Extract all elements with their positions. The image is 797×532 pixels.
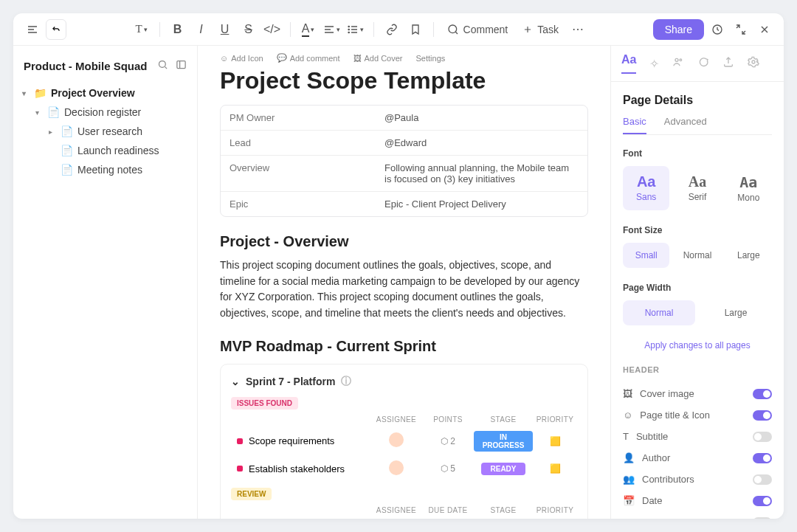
overview-body[interactable]: This project scoping document outlines t… [220, 258, 588, 322]
toggle[interactable] [753, 389, 772, 399]
task-row[interactable]: Initial delivery timeline ⬡ 1 UPDATE 🟩 [231, 517, 577, 519]
subtab-advanced[interactable]: Advanced [664, 116, 707, 134]
add-comment-action[interactable]: 💬 Add comment [277, 53, 340, 63]
meta-row[interactable]: EpicEpic - Client Project Delivery [221, 192, 587, 216]
sprint-card: ⌄Sprint 7 - Platformⓘ ISSUES FOUNDASSIGN… [220, 364, 588, 519]
settings-action[interactable]: Settings [416, 53, 446, 63]
sidebar-item[interactable]: 📄Meeting notes [19, 160, 191, 179]
task-row[interactable]: Establish stakeholders ⬡ 5 READY 🟨 [231, 456, 577, 482]
avatar[interactable] [389, 460, 404, 475]
row-icon: ☺ [623, 410, 632, 421]
font-serif[interactable]: AaSerif [674, 166, 720, 210]
fontsize-small[interactable]: Small [623, 243, 669, 268]
info-icon: ⓘ [341, 375, 351, 388]
row-label: Page title & Icon [640, 410, 710, 421]
fontsize-large[interactable]: Large [725, 243, 772, 268]
toggle[interactable] [753, 410, 772, 421]
italic-button[interactable]: I [191, 19, 212, 40]
meta-label: PM Owner [221, 106, 376, 130]
font-mono[interactable]: AaMono [725, 166, 772, 210]
task-title: Scope requirements [249, 435, 334, 446]
page-title[interactable]: Project Scope Template [220, 67, 588, 94]
sidebar-item[interactable]: ▸📄User research [19, 122, 191, 141]
history-icon[interactable] [707, 19, 728, 40]
meta-label: Epic [221, 192, 376, 216]
menu-icon[interactable] [22, 19, 43, 40]
width-large[interactable]: Large [700, 300, 772, 325]
doc-icon: 📄 [61, 164, 73, 176]
sidebar-item[interactable]: ▾📁Project Overview [19, 83, 191, 103]
priority-flag[interactable]: 🟨 [533, 436, 577, 446]
stage-pill[interactable]: READY [481, 463, 525, 475]
paragraph-style[interactable]: T▾ [131, 19, 152, 40]
priority-flag[interactable]: 🟨 [533, 463, 577, 474]
font-color-button[interactable]: A▾ [298, 19, 319, 40]
overview-heading: Project - Overview [220, 233, 588, 250]
list-button[interactable]: ▾ [345, 19, 366, 40]
avatar[interactable] [389, 432, 404, 447]
sidebar-item-label: Meeting notes [77, 164, 142, 176]
status-dot [237, 438, 243, 444]
fontsize-normal[interactable]: Normal [674, 243, 720, 268]
close-icon[interactable] [754, 19, 775, 40]
meta-value: Following annual planning, the Mobile te… [376, 156, 587, 191]
toggle[interactable] [753, 453, 772, 463]
font-sans[interactable]: AaSans [623, 166, 669, 210]
tab-typography[interactable]: Aa [621, 53, 636, 74]
header-toggle-row: 👥Contributors [623, 469, 772, 490]
col-header: POINTS [422, 415, 474, 424]
header-toggle-row: TSubtitle [623, 426, 772, 447]
panel-icon[interactable] [176, 59, 187, 73]
meta-value: @Edward [376, 131, 587, 155]
task-button[interactable]: Task [517, 24, 565, 35]
sidebar-item-label: Decision register [64, 106, 141, 118]
underline-button[interactable]: U [215, 19, 235, 40]
task-row[interactable]: Scope requirements ⬡ 2 IN PROGRESS 🟨 [231, 426, 577, 456]
code-button[interactable]: </> [262, 19, 283, 40]
app-window: T▾ B I U S </> A▾ ▾ ▾ Comment Task ⋯ Sha… [13, 13, 784, 519]
header-toggle-row: 🖼Cover image [623, 383, 772, 404]
undo-button[interactable] [46, 19, 66, 40]
sprint-header[interactable]: ⌄Sprint 7 - Platformⓘ [231, 375, 577, 388]
comment-button[interactable]: Comment [441, 24, 514, 35]
sidebar-item[interactable]: ▾📄Decision register [19, 103, 191, 122]
tab-ai-icon[interactable]: ✧ [649, 57, 659, 71]
sidebar-item-label: User research [77, 125, 142, 137]
share-button[interactable]: Share [653, 19, 704, 40]
row-label: Subtitle [636, 431, 668, 442]
doc-icon: 📄 [61, 145, 73, 156]
toggle[interactable] [753, 474, 772, 485]
meta-value: Epic - Client Project Delivery [376, 192, 587, 216]
sidebar-item-label: Launch readiness [77, 145, 159, 156]
row-label: Author [642, 452, 670, 463]
toggle[interactable] [753, 517, 772, 519]
header-toggle-row: 📅Date [623, 490, 772, 511]
strike-button[interactable]: S [238, 19, 259, 40]
more-icon[interactable]: ⋯ [567, 19, 588, 40]
add-cover-action[interactable]: 🖼 Add Cover [353, 53, 403, 63]
tab-export-icon[interactable] [722, 56, 734, 71]
width-normal[interactable]: Normal [623, 300, 695, 325]
apply-all-link[interactable]: Apply changes to all pages [623, 340, 772, 350]
tab-chat-icon[interactable] [697, 56, 709, 71]
meta-row[interactable]: OverviewFollowing annual planning, the M… [221, 156, 587, 192]
meta-row[interactable]: PM Owner@Paula [221, 106, 587, 131]
right-panel: Aa ✧ Page Details Basic Advanced Font Aa… [610, 46, 784, 519]
align-button[interactable]: ▾ [322, 19, 342, 40]
toggle[interactable] [753, 496, 772, 506]
toggle[interactable] [753, 432, 772, 442]
subtab-basic[interactable]: Basic [623, 116, 646, 134]
tab-settings-icon[interactable] [748, 56, 759, 71]
add-icon-action[interactable]: ☺ Add Icon [220, 53, 263, 63]
stage-pill[interactable]: IN PROGRESS [474, 431, 533, 452]
meta-row[interactable]: Lead@Edward [221, 131, 587, 156]
collapse-icon[interactable] [731, 19, 751, 40]
group-chip[interactable]: REVIEW [231, 488, 272, 500]
group-chip[interactable]: ISSUES FOUND [231, 397, 298, 410]
bookmark-button[interactable] [405, 19, 426, 40]
tab-people-icon[interactable] [672, 56, 684, 71]
link-button[interactable] [382, 19, 402, 40]
search-icon[interactable] [157, 59, 168, 73]
bold-button[interactable]: B [168, 19, 188, 40]
sidebar-item[interactable]: 📄Launch readiness [19, 141, 191, 160]
